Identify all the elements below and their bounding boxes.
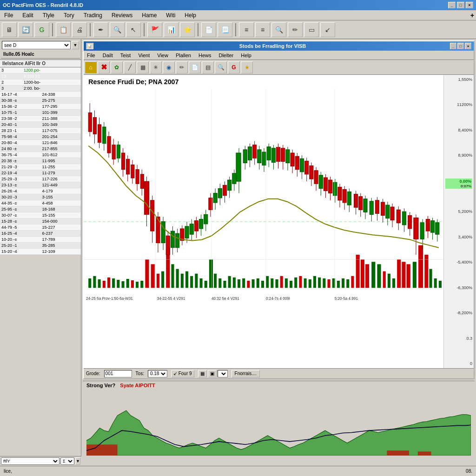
toolbar-icon-1[interactable]: 🖥 bbox=[2, 22, 17, 37]
chart-icon-2[interactable]: ▣ bbox=[208, 370, 217, 377]
toolbar-icon-4[interactable]: 📋 bbox=[56, 22, 71, 37]
chart-menu-dlelter[interactable]: Dlelter bbox=[217, 52, 235, 59]
bottom-label-1: Strong Ver? bbox=[86, 383, 115, 388]
svg-rect-55 bbox=[342, 278, 344, 288]
special-cell-2b: 9:199 b2 bbox=[22, 73, 81, 79]
chart-menu-dailt[interactable]: Dailt bbox=[101, 52, 115, 59]
tos-select[interactable]: 0.18 bbox=[148, 370, 167, 377]
svg-rect-0 bbox=[84, 75, 443, 307]
chart-menu-teist[interactable]: Teist bbox=[119, 52, 133, 59]
svg-rect-132 bbox=[223, 185, 226, 195]
grade-input[interactable] bbox=[104, 370, 132, 377]
chart-tb-star[interactable]: ✳ bbox=[150, 61, 162, 73]
menu-trading[interactable]: Trading bbox=[81, 11, 105, 20]
chart-tb-table[interactable]: ▤ bbox=[202, 61, 214, 73]
svg-rect-17 bbox=[161, 271, 164, 288]
menu-tory[interactable]: Tory bbox=[61, 11, 77, 20]
close-button[interactable]: × bbox=[466, 2, 473, 8]
special-row-2[interactable]: 13 9:199 b2 bbox=[0, 73, 81, 79]
toolbar-icon-star[interactable]: ⭐ bbox=[180, 22, 195, 37]
toolbar-icon-chart[interactable]: 📊 bbox=[164, 22, 178, 37]
left-panel-header: see D ▼ Ilulle.05 Hoalc bbox=[0, 39, 81, 60]
svg-rect-176 bbox=[329, 180, 332, 193]
chart-window-icon: 📊 bbox=[86, 43, 93, 49]
menu-help[interactable]: Help bbox=[182, 11, 198, 20]
svg-rect-30 bbox=[223, 281, 226, 288]
toolbar-icon-lines1[interactable]: ≡ bbox=[239, 22, 254, 37]
toolbar-icon-5[interactable]: 🖨 bbox=[72, 22, 87, 37]
toolbar-icon-arrow[interactable]: ↙ bbox=[320, 22, 335, 37]
bottom-dropdown-2[interactable]: Σ bbox=[60, 457, 74, 465]
menu-tlyle[interactable]: Tlyle bbox=[40, 11, 57, 20]
table-row: 21-29 -311-255 bbox=[0, 164, 81, 170]
menu-file[interactable]: File bbox=[2, 11, 15, 20]
chart-menu-vient[interactable]: Vient bbox=[136, 52, 152, 59]
bottom-dropdown-btn[interactable]: ▼ bbox=[75, 457, 80, 465]
minimize-button[interactable]: _ bbox=[448, 2, 456, 8]
chart-tb-google[interactable]: G bbox=[228, 61, 240, 73]
chart-menu-view[interactable]: View bbox=[155, 52, 170, 59]
status-bar: lice, 08. bbox=[0, 466, 476, 476]
chart-minimize-btn[interactable]: _ bbox=[450, 43, 456, 49]
toolbar-separator-2 bbox=[90, 23, 91, 36]
svg-rect-50 bbox=[318, 278, 321, 288]
svg-rect-229 bbox=[387, 450, 409, 456]
toolbar-icon-flag[interactable]: 🚩 bbox=[147, 22, 162, 37]
toolbar-icon-2[interactable]: 🔄 bbox=[18, 22, 33, 37]
add-icon[interactable]: + bbox=[470, 12, 474, 19]
svg-rect-162 bbox=[295, 156, 299, 170]
chart-tb-search2[interactable]: 🔍 bbox=[215, 61, 227, 73]
svg-rect-130 bbox=[218, 188, 222, 198]
maximize-button[interactable]: □ bbox=[457, 2, 464, 8]
chart-icon-1[interactable]: ▦ bbox=[198, 370, 207, 377]
toolbar-icon-rect[interactable]: ▭ bbox=[304, 22, 319, 37]
menu-hame[interactable]: Hame bbox=[139, 11, 159, 20]
chart-tb-pencil[interactable]: ╱ bbox=[124, 61, 136, 73]
svg-rect-204 bbox=[402, 212, 406, 225]
chart-bottom-bar: Grode: Tos: 0.18 ↙ Four 9 ▦ ▣ Fnorrais..… bbox=[84, 368, 474, 378]
chart-menu-hews[interactable]: Hews bbox=[197, 52, 213, 59]
table-row: 36-75 -4101-812 bbox=[0, 152, 81, 158]
menu-reviews[interactable]: Reviews bbox=[109, 11, 135, 20]
toolbar-icon-lines2[interactable]: ≡ bbox=[255, 22, 270, 37]
svg-text:34-22-55 4 V291: 34-22-55 4 V291 bbox=[157, 297, 185, 301]
chart-tb-settings[interactable]: ✿ bbox=[111, 61, 123, 73]
toolbar-icon-doc2[interactable]: 📃 bbox=[218, 22, 232, 37]
axis-label-1: 1,550% bbox=[445, 77, 472, 82]
svg-rect-14 bbox=[145, 259, 149, 288]
chart-maximize-btn[interactable]: □ bbox=[457, 43, 464, 49]
svg-rect-142 bbox=[248, 147, 251, 160]
panel-dropdown[interactable]: see D bbox=[2, 41, 71, 49]
panel-dropdown-btn[interactable]: ▼ bbox=[72, 41, 79, 49]
chart-menu-help[interactable]: Help bbox=[239, 52, 253, 59]
chart-tb-star2[interactable]: ★ bbox=[241, 61, 253, 73]
chart-tb-grid[interactable]: ▦ bbox=[137, 61, 149, 73]
svg-rect-136 bbox=[232, 173, 236, 184]
toolbar-icon-3[interactable]: G bbox=[34, 22, 49, 37]
fnorrais-button[interactable]: Fnorrais.... bbox=[231, 370, 260, 377]
chart-menu-plallen[interactable]: Plallen bbox=[174, 52, 193, 59]
chart-tb-pen2[interactable]: ✏ bbox=[176, 61, 188, 73]
main-toolbar: 🖥 🔄 G 📋 🖨 ✒ 🔍 ↖ 🚩 📊 ⭐ 📄 📃 ≡ ≡ 🔍 ✏ ▭ ↙ bbox=[0, 20, 476, 39]
menu-witi[interactable]: Witi bbox=[164, 11, 178, 20]
toolbar-icon-search[interactable]: 🔍 bbox=[110, 22, 125, 37]
chart-tb-doc[interactable]: 📄 bbox=[189, 61, 201, 73]
four-btn[interactable]: ↙ Four 9 bbox=[171, 370, 194, 377]
toolbar-icon-pencil[interactable]: ✏ bbox=[288, 22, 303, 37]
table-row: 20-80 -4121-846 bbox=[0, 140, 81, 146]
chart-tb-close[interactable]: ✖ bbox=[98, 61, 110, 73]
table-row: 30-07 -±15-155 bbox=[0, 212, 81, 218]
toolbar-icon-cursor[interactable]: ↖ bbox=[126, 22, 141, 37]
chart-select-2[interactable] bbox=[218, 370, 228, 377]
toolbar-icon-magnify[interactable]: 🔍 bbox=[271, 22, 286, 37]
bottom-dropdown-1[interactable]: RlY bbox=[1, 457, 60, 465]
chart-tb-circle[interactable]: ◉ bbox=[163, 61, 175, 73]
chart-menu-file[interactable]: File bbox=[85, 52, 97, 59]
chart-main-area[interactable]: Resence Frudi De; PNA 2007 bbox=[84, 75, 443, 368]
menu-ealit[interactable]: Ealit bbox=[20, 11, 35, 20]
chart-close-btn[interactable]: × bbox=[465, 43, 471, 49]
svg-rect-138 bbox=[236, 153, 241, 181]
toolbar-icon-pen[interactable]: ✒ bbox=[93, 22, 108, 37]
chart-tb-home[interactable]: ⌂ bbox=[85, 61, 97, 73]
toolbar-icon-doc1[interactable]: 📄 bbox=[201, 22, 216, 37]
